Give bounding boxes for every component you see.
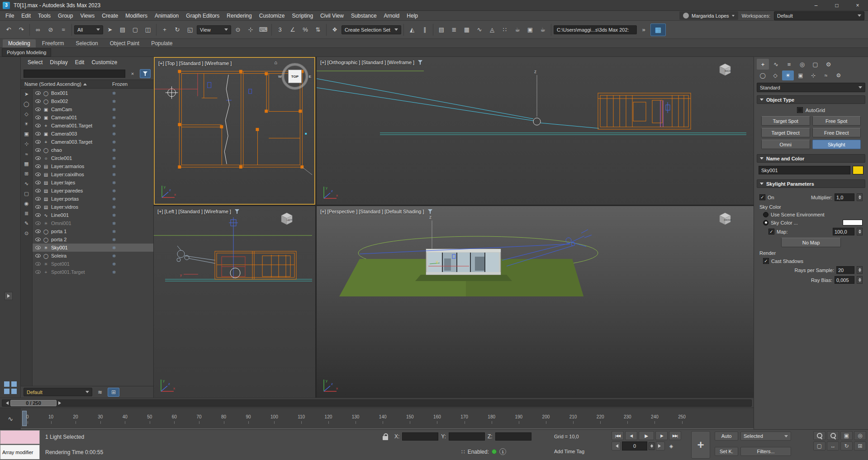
spacewarps-category-icon[interactable]: ≈ (820, 70, 832, 80)
toggle-scene-explorer-icon[interactable]: ▤ (436, 24, 447, 36)
ribbon-tab[interactable]: Object Paint (104, 39, 145, 47)
viewport-label-text[interactable]: [+] [Perspective ] [Standard ] [Default … (320, 209, 424, 214)
x-coordinate-field[interactable] (402, 432, 438, 441)
menu-item[interactable]: Animation (151, 12, 182, 20)
frozen-toggle-icon[interactable]: ❄ (112, 197, 116, 202)
frozen-toggle-icon[interactable]: ❄ (112, 148, 116, 153)
visibility-eye-icon[interactable] (35, 197, 41, 201)
viewport-filter-funnel-icon[interactable] (427, 209, 433, 214)
undo-icon[interactable]: ↶ (3, 24, 14, 36)
ray-bias-field[interactable] (835, 276, 854, 284)
auto-key-button[interactable]: Auto (715, 432, 738, 441)
object-color-swatch[interactable] (853, 166, 863, 174)
autogrid-checkbox[interactable] (797, 107, 803, 113)
scene-object-row[interactable]: ◯ porta 1 ❄ (33, 227, 153, 235)
key-mode-icon[interactable]: ◈ (666, 441, 676, 451)
explorer-menu-item[interactable]: Customize (88, 58, 120, 66)
menu-item[interactable]: Help (403, 12, 422, 20)
scene-object-row[interactable]: ▤ Layer:caixilhos ❄ (33, 170, 153, 178)
zoom-region-icon[interactable]: ▢ (813, 441, 825, 451)
explorer-pick-icon[interactable]: ➤ (22, 89, 32, 99)
viewcube-mini[interactable]: BACK (716, 62, 734, 77)
sky-color-swatch[interactable] (843, 220, 863, 225)
cast-shadows-checkbox[interactable] (763, 258, 769, 264)
cameras-category-icon[interactable]: ▣ (795, 70, 806, 80)
align-icon[interactable]: ∥ (419, 24, 431, 36)
scene-object-row[interactable]: ◯ Soleira ❄ (33, 252, 153, 260)
column-header-name[interactable]: Name (Sorted Ascending) (24, 81, 81, 87)
viewcube-face-label[interactable]: TOP (288, 70, 302, 83)
filter-helpers-icon[interactable]: ⊹ (22, 139, 32, 149)
orbit-icon[interactable]: ↻ (840, 441, 853, 451)
mini-curve-editor-icon[interactable]: ∿ (4, 413, 17, 424)
redo-icon[interactable]: ↷ (15, 24, 27, 36)
key-filters-button[interactable]: Filters... (740, 447, 791, 456)
render-setup-icon[interactable]: ☕ (512, 24, 523, 36)
visibility-eye-icon[interactable] (35, 99, 41, 103)
spinner-snap-icon[interactable]: ⇅ (312, 24, 324, 36)
enabled-indicator-dot[interactable] (492, 449, 497, 454)
ray-bias-spinner[interactable] (857, 276, 863, 284)
previous-key-button[interactable]: ◀| (625, 431, 637, 440)
time-slider-handle[interactable]: 0 / 250 (10, 400, 57, 406)
reference-coordinate-dropdown[interactable]: View (197, 25, 231, 34)
visibility-eye-icon[interactable] (35, 270, 41, 274)
frozen-toggle-icon[interactable]: ❄ (112, 245, 116, 250)
set-key-button[interactable]: Set K. (715, 447, 738, 456)
menu-item[interactable]: Graph Editors (182, 12, 223, 20)
menu-item[interactable]: Edit (18, 12, 34, 20)
use-pivot-center-icon[interactable]: ⊙ (232, 24, 244, 36)
key-selection-dropdown[interactable]: Selected (740, 432, 791, 441)
project-folder-field[interactable]: C:\Users\maggi...s\3ds Max 202: (554, 25, 637, 34)
viewport-left[interactable]: [+] [Left ] [Standard ] [Wireframe ] (154, 206, 315, 398)
dock-explorer-icon[interactable]: ⊞ (108, 388, 119, 397)
ribbon-subtab-polygon-modeling[interactable]: Polygon Modeling (2, 48, 51, 56)
viewcube-mini[interactable]: FRONT (716, 211, 734, 226)
visibility-eye-icon[interactable] (35, 140, 41, 144)
rollout-skylight-parameters[interactable]: Skylight Parameters (757, 179, 865, 188)
curve-editor-icon[interactable]: ∿ (474, 24, 485, 36)
expand-strip-icon[interactable] (5, 292, 13, 300)
visibility-eye-icon[interactable] (35, 148, 41, 152)
bind-to-spacewarp-icon[interactable]: ≈ (57, 24, 69, 36)
object-name-field[interactable] (759, 166, 850, 174)
add-time-tag[interactable]: Add Time Tag (554, 449, 584, 454)
viewcube[interactable]: W TOP E (282, 63, 308, 89)
frame-spinner[interactable] (649, 442, 655, 450)
viewport-top-label[interactable]: [+] [Top ] [Standard ] [Wireframe ] (158, 61, 232, 66)
unlink-selection-icon[interactable]: ⊘ (45, 24, 57, 36)
menu-item[interactable]: Scripting (288, 12, 317, 20)
viewport-label-text[interactable]: [+] [Left ] [Standard ] [Wireframe ] (157, 209, 231, 214)
light-type-button[interactable]: Free Direct (812, 128, 861, 137)
maximize-button[interactable]: □ (826, 0, 847, 10)
frozen-toggle-icon[interactable]: ❄ (112, 205, 116, 210)
visibility-eye-icon[interactable] (35, 189, 41, 192)
filter-lights-icon[interactable]: ☀ (22, 119, 32, 129)
filter-shapes-icon[interactable]: ◇ (22, 109, 32, 119)
select-move-icon[interactable]: + (159, 24, 171, 36)
maxscript-mini-listener[interactable]: Array modifier (0, 445, 40, 460)
scene-object-row[interactable]: ☀ Omni001 ❄ (33, 219, 153, 227)
no-map-button[interactable]: No Map (781, 238, 841, 247)
render-gallery-icon[interactable]: ▦ (650, 23, 666, 36)
rect-selection-region-icon[interactable]: ▢ (129, 24, 141, 36)
clear-search-icon[interactable]: × (127, 70, 138, 78)
explorer-menu-item[interactable]: Edit (72, 58, 88, 66)
explorer-menu-item[interactable]: Display (47, 58, 71, 66)
viewport-orthographic-label[interactable]: [+] [Orthographic ] [Standard ] [Wirefra… (320, 60, 423, 65)
visibility-eye-icon[interactable] (35, 205, 41, 209)
scene-object-row[interactable]: ◯ chao ❄ (33, 146, 153, 154)
select-by-name-icon[interactable]: ▤ (117, 24, 128, 36)
utilities-tab-icon[interactable]: ⚙ (822, 59, 835, 70)
time-slider-track[interactable]: 0 / 250 (2, 399, 752, 407)
visibility-eye-icon[interactable] (35, 132, 41, 136)
select-children-icon[interactable]: ≣ (22, 209, 32, 218)
filter-xrefs-icon[interactable]: ⊞ (22, 169, 32, 178)
frozen-toggle-icon[interactable]: ❄ (112, 221, 116, 226)
time-slider[interactable]: 0 / 250 (0, 398, 754, 408)
menu-item[interactable]: Modifiers (122, 12, 151, 20)
edit-named-selections-icon[interactable]: ❖ (329, 24, 341, 36)
scene-object-row[interactable]: ◯ Box001 ❄ (33, 89, 153, 97)
display-influences-icon[interactable]: ≋ (94, 388, 106, 397)
visibility-eye-icon[interactable] (35, 173, 41, 176)
